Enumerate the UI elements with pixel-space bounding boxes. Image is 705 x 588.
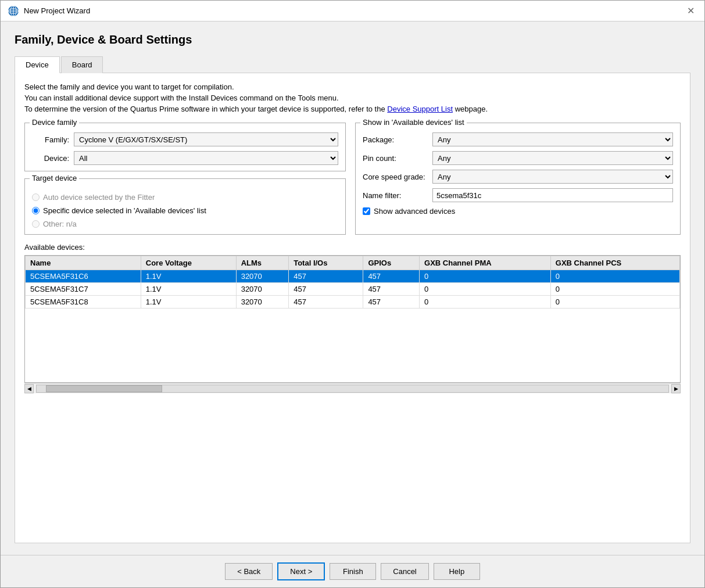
available-devices-section: Available devices: Name Core Voltage ALM… [24, 243, 681, 393]
table-row[interactable]: 5CSEMA5F31C7 1.1V 32070 457 457 0 0 [26, 283, 680, 296]
pin-count-select[interactable]: Any [432, 151, 673, 165]
cell-name: 5CSEMA5F31C6 [26, 270, 141, 283]
radio-auto-input[interactable] [32, 193, 40, 201]
right-panel: Show in 'Available devices' list Package… [355, 123, 681, 235]
show-available-group: Show in 'Available devices' list Package… [355, 123, 681, 235]
devices-table: Name Core Voltage ALMs Total I/Os GPIOs … [25, 256, 680, 309]
col-total-ios: Total I/Os [289, 256, 363, 270]
devices-table-body: 5CSEMA5F31C6 1.1V 32070 457 457 0 0 5CSE… [26, 270, 680, 309]
cell-gxb-pma: 0 [420, 270, 551, 283]
package-row: Package: Any [363, 132, 673, 146]
table-row[interactable]: 5CSEMA5F31C8 1.1V 32070 457 457 0 0 [26, 296, 680, 309]
info-line2: You can install additional device suppor… [24, 94, 681, 102]
available-devices-label: Available devices: [24, 243, 681, 252]
col-name: Name [26, 256, 141, 270]
pin-count-row: Pin count: Any [363, 151, 673, 165]
core-speed-select[interactable]: Any [432, 170, 673, 184]
device-family-group: Device family Family: Cyclone V (E/GX/GT… [24, 123, 346, 171]
tab-device[interactable]: Device [15, 56, 60, 73]
info-line3: To determine the version of the Quartus … [24, 105, 681, 113]
title-bar: New Project Wizard ✕ [1, 1, 704, 21]
window-title: New Project Wizard [24, 6, 90, 15]
device-family-title: Device family [30, 118, 79, 127]
cell-gxb-pcs: 0 [550, 296, 679, 309]
device-support-link[interactable]: Device Support List [387, 105, 453, 113]
scrollbar-track[interactable] [36, 385, 669, 393]
package-select[interactable]: Any [432, 132, 673, 146]
info-line1: Select the family and device you want to… [24, 83, 681, 91]
target-device-radios: Auto device selected by the Fitter Speci… [32, 188, 338, 228]
name-filter-input[interactable] [432, 188, 673, 202]
cell-gxb-pma: 0 [420, 296, 551, 309]
radio-other-input[interactable] [32, 220, 40, 228]
cell-name: 5CSEMA5F31C8 [26, 296, 141, 309]
close-button[interactable]: ✕ [683, 4, 697, 18]
tabs-container: Device Board [15, 56, 690, 73]
family-label: Family: [32, 135, 74, 144]
device-row: Device: All [32, 151, 338, 165]
title-bar-left: New Project Wizard [8, 5, 90, 17]
col-alms: ALMs [236, 256, 289, 270]
cell-alms: 32070 [236, 283, 289, 296]
name-filter-label: Name filter: [363, 191, 432, 200]
target-device-title: Target device [30, 174, 79, 182]
tab-board[interactable]: Board [61, 56, 103, 73]
scroll-left-arrow[interactable]: ◀ [24, 384, 34, 393]
cell-voltage: 1.1V [141, 270, 236, 283]
cell-voltage: 1.1V [141, 296, 236, 309]
main-content: Family, Device & Board Settings Device B… [1, 21, 704, 555]
back-button[interactable]: < Back [225, 563, 273, 580]
cell-name: 5CSEMA5F31C7 [26, 283, 141, 296]
finish-button[interactable]: Finish [330, 563, 376, 580]
radio-other[interactable]: Other: n/a [32, 220, 338, 228]
devices-table-wrapper[interactable]: Name Core Voltage ALMs Total I/Os GPIOs … [24, 255, 681, 383]
target-device-group: Target device Auto device selected by th… [24, 178, 346, 235]
tab-content-device: Select the family and device you want to… [15, 73, 690, 543]
table-header-row: Name Core Voltage ALMs Total I/Os GPIOs … [26, 256, 680, 270]
scrollbar-thumb[interactable] [46, 385, 162, 392]
cell-ios: 457 [289, 296, 363, 309]
radio-specific[interactable]: Specific device selected in 'Available d… [32, 206, 338, 215]
cell-alms: 32070 [236, 270, 289, 283]
radio-specific-label: Specific device selected in 'Available d… [43, 206, 206, 215]
two-col-layout: Device family Family: Cyclone V (E/GX/GT… [24, 123, 681, 235]
device-select[interactable]: All [74, 151, 338, 165]
info-line3-post: webpage. [453, 105, 488, 113]
show-advanced-checkbox[interactable] [363, 207, 370, 215]
core-speed-label: Core speed grade: [363, 173, 432, 181]
bottom-bar: < Back Next > Finish Cancel Help [1, 555, 704, 587]
cell-gpios: 457 [363, 270, 420, 283]
table-row[interactable]: 5CSEMA5F31C6 1.1V 32070 457 457 0 0 [26, 270, 680, 283]
main-window: New Project Wizard ✕ Family, Device & Bo… [0, 0, 705, 588]
cell-gpios: 457 [363, 283, 420, 296]
cell-gxb-pma: 0 [420, 283, 551, 296]
horizontal-scrollbar[interactable]: ◀ ▶ [24, 383, 681, 393]
cell-ios: 457 [289, 283, 363, 296]
radio-other-label: Other: n/a [43, 220, 77, 228]
info-line3-pre: To determine the version of the Quartus … [24, 105, 387, 113]
show-advanced-label: Show advanced devices [374, 207, 455, 216]
radio-auto-label: Auto device selected by the Fitter [43, 193, 155, 202]
name-filter-row: Name filter: [363, 188, 673, 202]
cell-gxb-pcs: 0 [550, 283, 679, 296]
app-icon [8, 5, 19, 17]
cell-voltage: 1.1V [141, 283, 236, 296]
col-gxb-pcs: GXB Channel PCS [550, 256, 679, 270]
col-gxb-pma: GXB Channel PMA [420, 256, 551, 270]
family-row: Family: Cyclone V (E/GX/GT/SX/SE/ST) [32, 132, 338, 146]
package-label: Package: [363, 135, 432, 144]
next-button[interactable]: Next > [277, 562, 325, 580]
show-advanced-row: Show advanced devices [363, 207, 673, 216]
radio-specific-input[interactable] [32, 207, 40, 214]
core-speed-row: Core speed grade: Any [363, 170, 673, 184]
radio-auto[interactable]: Auto device selected by the Fitter [32, 193, 338, 202]
device-label: Device: [32, 154, 74, 163]
cancel-button[interactable]: Cancel [381, 563, 428, 580]
left-panel: Device family Family: Cyclone V (E/GX/GT… [24, 123, 346, 235]
cell-gxb-pcs: 0 [550, 270, 679, 283]
help-button[interactable]: Help [434, 563, 480, 580]
scroll-right-arrow[interactable]: ▶ [671, 384, 681, 393]
pin-count-label: Pin count: [363, 154, 432, 163]
page-title: Family, Device & Board Settings [15, 33, 690, 46]
family-select[interactable]: Cyclone V (E/GX/GT/SX/SE/ST) [74, 132, 338, 146]
